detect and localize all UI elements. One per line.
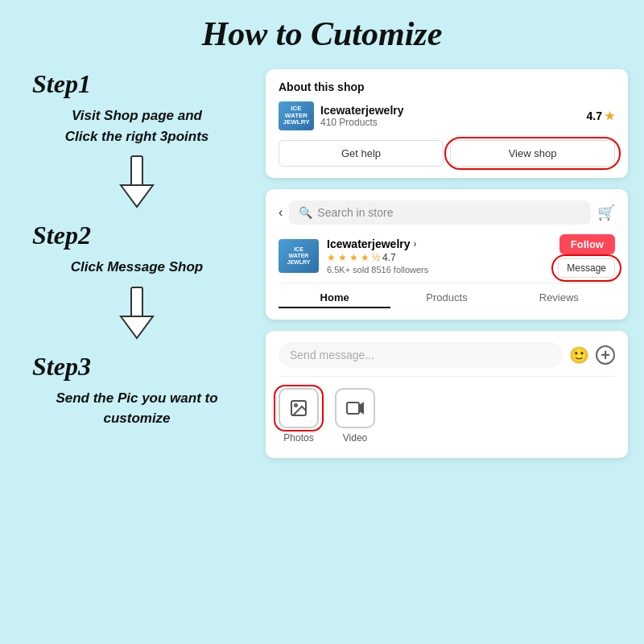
message-button[interactable]: Message [558, 258, 615, 278]
card2-tabs: Home Products Reviews [279, 283, 615, 308]
arrow-2 [117, 286, 157, 342]
shop-logo-name: ICEWATERJEWLRY Icewaterjewelry 410 Produ… [279, 101, 404, 130]
get-help-button[interactable]: Get help [279, 140, 444, 167]
step3-desc: Send the Pic you want tocustomize [47, 382, 225, 436]
shop-info-row: ICEWATERJEWLRY Icewaterjewelry 410 Produ… [279, 101, 615, 130]
emoji-button[interactable]: 🙂 [569, 345, 589, 365]
card-about-shop: About this shop ICEWATERJEWLRY Icewaterj… [266, 69, 628, 178]
arrow-1 [117, 155, 157, 211]
message-input[interactable]: Send message... [279, 342, 563, 368]
back-arrow-icon[interactable]: ‹ [279, 205, 283, 220]
svg-rect-0 [131, 156, 142, 187]
video-label: Video [343, 432, 367, 444]
rating-badge: 4.7 ★ [587, 109, 615, 122]
svg-rect-6 [347, 402, 359, 414]
right-column: About this shop ICEWATERJEWLRY Icewaterj… [266, 61, 628, 458]
svg-rect-2 [131, 287, 142, 318]
star-3: ★ [349, 252, 358, 263]
tab-home[interactable]: Home [279, 291, 390, 308]
photos-icon-box [279, 388, 319, 428]
star-5-half: ½ [372, 252, 380, 263]
view-shop-button[interactable]: View shop [450, 140, 615, 167]
rating-value: 4.7 [587, 109, 602, 122]
cart-icon[interactable]: 🛒 [597, 204, 615, 221]
shop-name: Icewaterjewelry [320, 104, 404, 117]
card2-right-buttons: Follow Message [558, 234, 615, 278]
svg-marker-3 [121, 316, 153, 338]
card1-buttons: Get help View shop [279, 140, 615, 167]
card2-stars: ★ ★ ★ ★ ½ 4.7 [327, 252, 428, 263]
star-1: ★ [327, 252, 336, 263]
step1-desc: Visit Shop page andClick the right 3poin… [57, 99, 217, 153]
card-message: Send message... 🙂 + Photos [266, 331, 628, 458]
card2-header: ‹ 🔍 Search in store 🛒 [279, 200, 615, 225]
shop-products-count: 410 Products [320, 117, 404, 128]
video-icon-box [335, 388, 375, 428]
left-column: Step1 Visit Shop page andClick the right… [16, 61, 258, 458]
svg-point-5 [295, 404, 297, 407]
step3-label: Step3 [16, 352, 91, 382]
svg-marker-1 [121, 185, 153, 207]
video-media-item[interactable]: Video [335, 388, 375, 444]
card1-title: About this shop [279, 80, 615, 93]
search-placeholder: Search in store [317, 206, 393, 219]
step2-label: Step2 [16, 221, 91, 250]
card2-rating: 4.7 [382, 252, 396, 263]
step1-label: Step1 [16, 69, 91, 99]
photos-media-item[interactable]: Photos [279, 388, 319, 444]
search-icon: 🔍 [299, 206, 312, 219]
card2-shop-left: ICEWATERJEWLRY Icewaterjewelry › ★ ★ ★ ★… [279, 237, 428, 275]
card2-chevron-icon: › [414, 238, 417, 250]
card2-name-stats: Icewaterjewelry › ★ ★ ★ ★ ½ 4.7 6.5K+ so… [327, 237, 428, 275]
star-4: ★ [361, 252, 369, 263]
card2-shop-name: Icewaterjewelry [327, 237, 411, 250]
add-attachment-button[interactable]: + [596, 345, 615, 365]
page-title: How to Cutomize [0, 0, 644, 61]
card2-shop-logo: ICEWATERJEWLRY [279, 239, 319, 273]
follow-button[interactable]: Follow [559, 234, 615, 254]
card-shop-profile: ‹ 🔍 Search in store 🛒 ICEWATERJEWLRY Ice… [266, 189, 628, 320]
search-bar[interactable]: 🔍 Search in store [289, 200, 591, 225]
card3-media-row: Photos Video [279, 385, 615, 447]
tab-reviews[interactable]: Reviews [503, 291, 615, 308]
tab-products[interactable]: Products [390, 291, 502, 308]
star-2: ★ [338, 252, 347, 263]
card2-shop-name-row: Icewaterjewelry › [327, 237, 428, 250]
star-icon: ★ [605, 109, 615, 122]
shop-logo: ICEWATERJEWLRY [279, 101, 314, 130]
step2-desc: Click Message Shop [63, 250, 211, 284]
card3-message-bar: Send message... 🙂 + [279, 342, 615, 377]
card2-sold-followers: 6.5K+ sold 8516 followers [327, 265, 428, 275]
shop-name-products: Icewaterjewelry 410 Products [320, 104, 404, 128]
card2-shop-row: ICEWATERJEWLRY Icewaterjewelry › ★ ★ ★ ★… [279, 234, 615, 278]
photos-label: Photos [283, 432, 313, 444]
svg-marker-7 [359, 403, 363, 413]
